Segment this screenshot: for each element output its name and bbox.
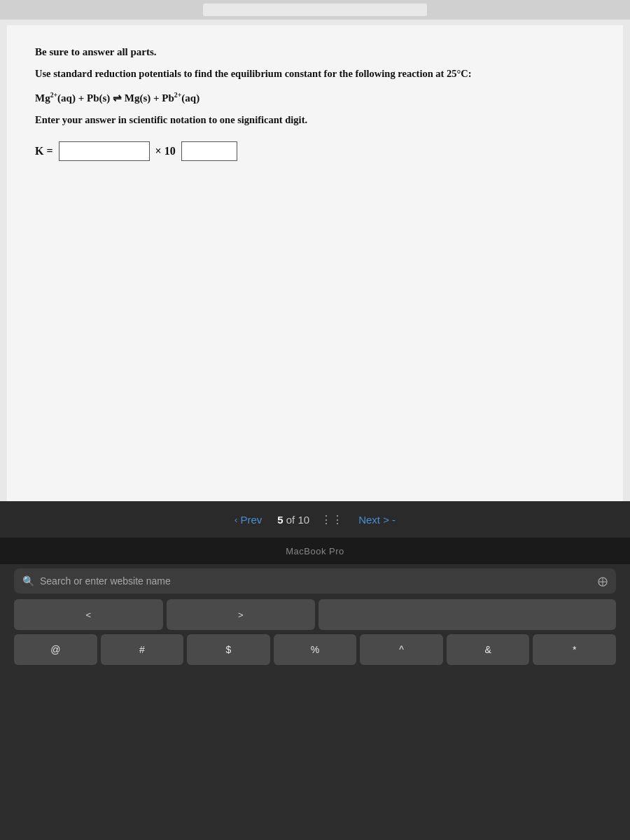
prev-chevron-icon: ‹ <box>234 514 237 525</box>
key-asterisk[interactable]: * <box>533 634 616 665</box>
reaction-equation: Mg2+(aq) + Pb(s) ⇌ Mg(s) + Pb2+(aq) <box>35 91 595 104</box>
search-bar[interactable]: 🔍 Search or enter website name ⨁ <box>14 568 616 594</box>
content-area: Be sure to answer all parts. Use standar… <box>0 20 630 501</box>
key-percent[interactable]: % <box>274 634 357 665</box>
at-symbol: @ <box>50 644 60 655</box>
nav-bar: ‹ Prev 5 of 10 ⋮⋮ Next > - <box>0 501 630 538</box>
key-ampersand[interactable]: & <box>447 634 530 665</box>
screen-wrapper: Be sure to answer all parts. Use standar… <box>0 0 630 840</box>
search-icon: 🔍 <box>22 575 34 587</box>
key-dollar[interactable]: $ <box>187 634 270 665</box>
caret-symbol: ^ <box>399 644 404 655</box>
percent-symbol: % <box>311 644 319 655</box>
asterisk-symbol: * <box>573 644 576 655</box>
chevron-right-icon: > <box>238 610 244 620</box>
nav-current-number: 5 <box>277 514 283 526</box>
dollar-symbol: $ <box>226 644 232 655</box>
prev-label: Prev <box>240 514 262 526</box>
sub-instruction-scientific: Enter your answer in scientific notation… <box>35 114 595 126</box>
keyboard-area: 🔍 Search or enter website name ⨁ < > @ #… <box>0 564 630 840</box>
key-at[interactable]: @ <box>14 634 97 665</box>
hash-symbol: # <box>139 644 145 655</box>
k-label: K = <box>35 145 53 158</box>
search-placeholder-text: Search or enter website name <box>40 575 171 587</box>
chevron-left-icon: < <box>85 610 91 620</box>
macbook-label-area: MacBook Pro <box>0 538 630 564</box>
ampersand-symbol: & <box>485 644 491 655</box>
next-label: Next > <box>358 514 389 526</box>
page-content: Be sure to answer all parts. Use standar… <box>7 25 623 501</box>
nav-counter: 5 of 10 <box>272 510 315 530</box>
next-button[interactable]: Next > - <box>349 510 405 530</box>
top-bar-input <box>203 4 427 16</box>
prev-button[interactable]: ‹ Prev <box>225 510 272 530</box>
key-spacer <box>318 599 616 630</box>
k-coefficient-input[interactable] <box>59 141 150 161</box>
times-10-label: × 10 <box>155 145 176 158</box>
answer-row: K = × 10 <box>35 141 595 161</box>
macbook-label: MacBook Pro <box>286 546 344 556</box>
key-hash[interactable]: # <box>101 634 184 665</box>
key-chevron-right[interactable]: > <box>167 599 316 630</box>
next-separator: - <box>392 514 396 526</box>
keyboard-row-symbols: @ # $ % ^ & * <box>14 634 616 665</box>
tabs-icon: ⨁ <box>598 575 608 587</box>
k-exponent-input[interactable] <box>181 141 237 161</box>
keyboard-row-nav: < > <box>14 599 616 630</box>
key-caret[interactable]: ^ <box>360 634 443 665</box>
grid-icon[interactable]: ⋮⋮ <box>315 510 349 529</box>
top-bar <box>0 0 630 20</box>
instruction-all-parts: Be sure to answer all parts. <box>35 46 595 58</box>
key-chevron-left[interactable]: < <box>14 599 163 630</box>
instruction-reduction: Use standard reduction potentials to fin… <box>35 68 595 80</box>
nav-of-total: of 10 <box>286 514 309 526</box>
